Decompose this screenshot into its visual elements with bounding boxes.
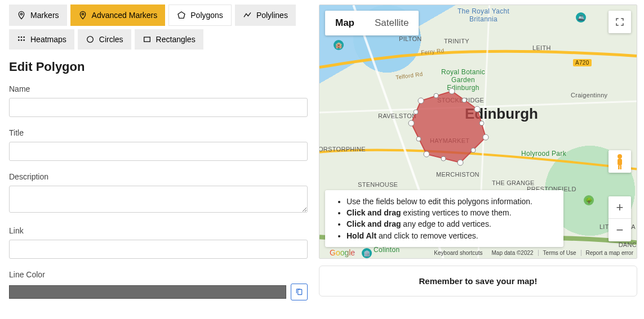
- svg-point-0: [20, 13, 22, 15]
- circle-icon: [86, 35, 95, 44]
- map-type-control: Map Satellite: [325, 11, 419, 35]
- tab-label: Polygons: [190, 11, 223, 20]
- tab-polygons[interactable]: Polygons: [168, 5, 232, 26]
- road-badge: A720: [573, 59, 592, 66]
- svg-point-5: [23, 37, 25, 38]
- place-label: MERCHISTON: [436, 171, 479, 178]
- link-input[interactable]: [9, 240, 308, 259]
- poi-pin[interactable]: 🏨: [334, 40, 344, 50]
- svg-point-13: [449, 88, 455, 94]
- map-type-map[interactable]: Map: [325, 11, 365, 35]
- svg-point-20: [462, 98, 467, 102]
- instruction-item: Click and drag any edge to add vertices.: [347, 218, 553, 230]
- title-label: Title: [9, 128, 308, 137]
- instruction-item: Click and drag existing vertices to move…: [347, 207, 553, 218]
- svg-marker-2: [178, 12, 185, 18]
- pegman-icon: [613, 153, 627, 170]
- map-type-satellite[interactable]: Satellite: [365, 11, 419, 35]
- editable-polygon[interactable]: [407, 87, 497, 171]
- rectangle-icon: [143, 35, 152, 44]
- line-color-label: Line Color: [9, 270, 308, 279]
- tab-label: Markers: [30, 11, 59, 20]
- svg-rect-10: [144, 37, 150, 42]
- heatmap-icon: [17, 35, 26, 44]
- marker-pin-icon: [17, 11, 26, 20]
- svg-point-18: [408, 120, 414, 126]
- clipboard-icon: [295, 288, 303, 296]
- place-label: PILTON: [399, 35, 422, 42]
- name-label: Name: [9, 84, 308, 93]
- map-canvas[interactable]: 🏨 🚢 🌳 🏛️ Edinburgh STOCKBRIDGE RAVELSTON…: [319, 5, 637, 259]
- poi-pin[interactable]: 🚢: [576, 12, 586, 23]
- svg-point-26: [434, 93, 438, 98]
- place-label: LEITH: [532, 44, 551, 51]
- instruction-item: Use the fields below to edit this polygo…: [347, 196, 553, 207]
- terms-link[interactable]: Terms of Use: [543, 250, 581, 256]
- tab-markers[interactable]: Markers: [9, 5, 67, 26]
- form-heading: Edit Polygon: [9, 60, 308, 74]
- place-label: Holyrood Park: [521, 150, 578, 158]
- svg-point-27: [618, 154, 622, 159]
- svg-rect-11: [298, 289, 302, 294]
- shape-tabs: Markers Advanced Markers Polygons Polyli…: [9, 5, 308, 50]
- google-logo: Google: [323, 248, 359, 257]
- svg-rect-28: [618, 159, 622, 165]
- svg-point-9: [87, 37, 93, 43]
- fullscreen-button[interactable]: [609, 11, 631, 33]
- report-error-link[interactable]: Report a map error: [586, 250, 633, 256]
- svg-point-1: [82, 13, 83, 15]
- fullscreen-icon: [615, 17, 625, 27]
- svg-point-19: [418, 98, 424, 104]
- svg-point-17: [424, 151, 429, 157]
- svg-point-24: [416, 137, 421, 141]
- svg-point-14: [474, 106, 480, 112]
- tab-label: Rectangles: [156, 35, 196, 44]
- svg-point-15: [483, 134, 488, 140]
- svg-point-7: [21, 39, 23, 41]
- name-input[interactable]: [9, 98, 308, 117]
- svg-point-25: [414, 110, 418, 114]
- place-label: Craigentinny: [571, 92, 607, 98]
- map-data-label: Map data ©2022: [492, 250, 539, 256]
- tab-heatmaps[interactable]: Heatmaps: [9, 29, 74, 50]
- place-label: TRINITY: [444, 38, 469, 44]
- tab-label: Advanced Markers: [92, 11, 158, 20]
- svg-point-3: [18, 37, 20, 38]
- place-label: ORSTORPHINE: [319, 146, 366, 152]
- zoom-out-button[interactable]: −: [609, 219, 631, 241]
- keyboard-shortcuts-link[interactable]: Keyboard shortcuts: [434, 250, 487, 256]
- polyline-icon: [243, 11, 252, 20]
- marker-pin-icon: [78, 11, 87, 20]
- tab-advanced-markers[interactable]: Advanced Markers: [70, 5, 166, 26]
- description-label: Description: [9, 172, 308, 181]
- place-label: The Royal Yacht Britannia: [450, 7, 517, 23]
- zoom-in-button[interactable]: +: [609, 196, 631, 219]
- svg-point-8: [23, 39, 25, 41]
- instructions-panel: Use the fields below to edit this polygo…: [325, 190, 563, 247]
- svg-point-4: [21, 37, 23, 38]
- clipboard-button[interactable]: [291, 284, 308, 300]
- link-label: Link: [9, 226, 308, 235]
- svg-point-23: [441, 156, 446, 161]
- polygon-icon: [177, 11, 186, 20]
- svg-point-22: [471, 148, 476, 152]
- tab-circles[interactable]: Circles: [78, 29, 131, 50]
- tab-label: Heatmaps: [30, 35, 66, 44]
- place-label: DANC: [619, 241, 637, 248]
- save-reminder: Remember to save your map!: [319, 266, 637, 296]
- poi-pin[interactable]: 🌳: [584, 195, 594, 205]
- tab-label: Polylines: [256, 11, 288, 20]
- tab-polylines[interactable]: Polylines: [235, 5, 296, 26]
- svg-rect-29: [618, 165, 620, 169]
- description-input[interactable]: [9, 186, 308, 213]
- instruction-item: Hold Alt and click to remove vertices.: [347, 230, 553, 241]
- title-input[interactable]: [9, 142, 308, 161]
- line-color-swatch[interactable]: [9, 285, 286, 299]
- svg-point-21: [479, 121, 484, 125]
- svg-point-16: [458, 160, 463, 165]
- tab-rectangles[interactable]: Rectangles: [135, 29, 203, 50]
- tab-label: Circles: [99, 35, 123, 44]
- place-label: STENHOUSE: [358, 181, 398, 188]
- pegman-control[interactable]: [609, 150, 631, 173]
- svg-point-6: [18, 39, 20, 41]
